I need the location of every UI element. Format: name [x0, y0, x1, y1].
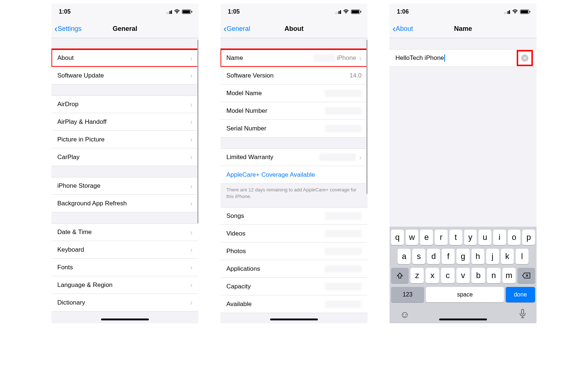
key-a[interactable]: a [398, 249, 410, 264]
row-model-name: Model Name [220, 84, 368, 102]
key-g[interactable]: g [456, 249, 469, 264]
chevron-right-icon: › [190, 100, 193, 109]
row-date-time[interactable]: Date & Time› [51, 223, 198, 241]
key-v[interactable]: v [456, 268, 470, 283]
name-input-row[interactable]: HelloTech iPhone ✕ [390, 49, 537, 67]
back-label: Settings [58, 25, 82, 33]
mic-icon[interactable] [519, 309, 526, 321]
row-limited-warranty[interactable]: Limited Warranty› [220, 148, 368, 166]
key-c[interactable]: c [441, 268, 455, 283]
row-fonts[interactable]: Fonts› [51, 259, 198, 276]
chevron-right-icon: › [190, 298, 193, 307]
key-r[interactable]: r [435, 230, 448, 245]
status-icons [166, 9, 191, 15]
key-o[interactable]: o [508, 230, 521, 245]
screen-general: 1:05 ‹ Settings General About›Software U… [51, 4, 198, 323]
key-d[interactable]: d [427, 249, 440, 264]
key-e[interactable]: e [420, 230, 433, 245]
row-label: Photos [226, 248, 246, 255]
row-value [325, 283, 362, 290]
key-shift[interactable] [391, 268, 409, 283]
key-x[interactable]: x [426, 268, 439, 283]
home-indicator[interactable] [270, 319, 318, 320]
scrollbar[interactable] [366, 40, 368, 194]
key-q[interactable]: q [391, 230, 404, 245]
key-p[interactable]: p [522, 230, 535, 245]
row-carplay[interactable]: CarPlay› [51, 148, 198, 166]
row-label: Software Version [226, 72, 274, 79]
keyboard: qwertyuiop asdfghjkl zxcvbnm 123 space d… [390, 227, 537, 323]
key-t[interactable]: t [449, 230, 462, 245]
key-done[interactable]: done [506, 287, 535, 302]
row-applecare-coverage-available[interactable]: AppleCare+ Coverage Available [220, 166, 368, 184]
key-m[interactable]: m [502, 268, 516, 283]
key-i[interactable]: i [493, 230, 506, 245]
nav-bar: ‹ General About [220, 20, 368, 38]
row-value [325, 248, 362, 255]
key-n[interactable]: n [487, 268, 501, 283]
key-s[interactable]: s [412, 249, 425, 264]
name-input[interactable]: HelloTech iPhone [395, 54, 445, 62]
key-numbers[interactable]: 123 [391, 287, 424, 302]
chevron-right-icon: › [190, 153, 193, 161]
row-label: Limited Warranty [226, 154, 273, 161]
row-label: Applications [226, 265, 260, 273]
home-indicator[interactable] [439, 319, 487, 320]
row-label: AppleCare+ Coverage Available [226, 171, 315, 179]
status-time: 1:06 [397, 8, 409, 15]
scrollbar[interactable] [197, 40, 198, 223]
row-background-app-refresh[interactable]: Background App Refresh› [51, 195, 198, 212]
chevron-right-icon: › [190, 54, 193, 62]
row-keyboard[interactable]: Keyboard› [51, 241, 198, 259]
key-h[interactable]: h [472, 249, 484, 264]
content[interactable]: NameiPhone›Software Version14.0Model Nam… [220, 38, 368, 323]
page-title: Name [454, 25, 472, 33]
row-about[interactable]: About› [51, 49, 198, 67]
back-button[interactable]: ‹ About [392, 23, 413, 35]
content[interactable]: About›Software Update›AirDrop›AirPlay & … [51, 38, 198, 323]
row-airplay-handoff[interactable]: AirPlay & Handoff› [51, 113, 198, 131]
key-backspace[interactable] [517, 268, 535, 283]
screen-name-edit: 1:06 ‹ About Name HelloTech iPhone ✕ [390, 4, 537, 323]
status-icons [335, 9, 361, 15]
back-button[interactable]: ‹ Settings [54, 23, 82, 35]
key-f[interactable]: f [442, 249, 455, 264]
key-space[interactable]: space [426, 287, 504, 302]
row-name[interactable]: NameiPhone› [220, 49, 368, 67]
emoji-icon[interactable]: ☺ [400, 309, 410, 321]
status-bar: 1:05 [51, 4, 198, 20]
row-label: Background App Refresh [57, 200, 127, 207]
clear-button[interactable]: ✕ [521, 54, 528, 62]
home-indicator[interactable] [101, 319, 149, 320]
chevron-left-icon: ‹ [54, 23, 58, 35]
row-airdrop[interactable]: AirDrop› [51, 96, 198, 113]
text-cursor [444, 54, 445, 62]
row-language-region[interactable]: Language & Region› [51, 276, 198, 294]
back-button[interactable]: ‹ General [223, 23, 250, 35]
key-l[interactable]: l [516, 249, 528, 264]
key-j[interactable]: j [486, 249, 499, 264]
battery-icon [520, 10, 529, 14]
row-label: AirPlay & Handoff [57, 118, 107, 126]
key-u[interactable]: u [478, 230, 491, 245]
row-iphone-storage[interactable]: iPhone Storage› [51, 177, 198, 195]
key-k[interactable]: k [501, 249, 514, 264]
row-software-update[interactable]: Software Update› [51, 67, 198, 84]
key-b[interactable]: b [472, 268, 485, 283]
chevron-right-icon: › [359, 54, 362, 62]
key-z[interactable]: z [410, 268, 424, 283]
row-label: CarPlay [57, 154, 79, 161]
wifi-icon [343, 9, 349, 15]
status-icons [504, 9, 530, 15]
back-label: About [396, 25, 413, 33]
key-w[interactable]: w [406, 230, 419, 245]
applecare-footer: There are 12 days remaining to add Apple… [220, 184, 368, 203]
row-picture-in-picture[interactable]: Picture in Picture› [51, 131, 198, 148]
row-photos: Photos [220, 242, 368, 260]
row-value [325, 90, 362, 97]
key-y[interactable]: y [464, 230, 477, 245]
row-value [325, 212, 362, 220]
status-time: 1:05 [59, 8, 71, 15]
row-label: Serial Number [226, 125, 266, 132]
row-dictionary[interactable]: Dictionary› [51, 294, 198, 312]
